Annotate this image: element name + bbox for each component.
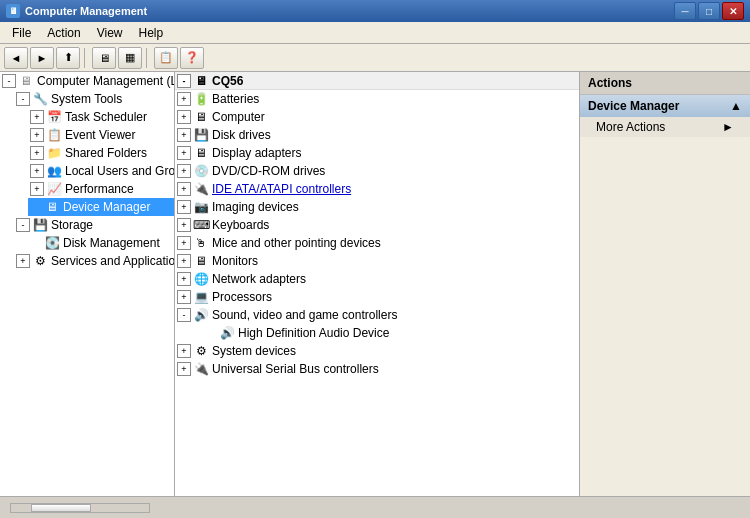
left-performance[interactable]: + 📈 Performance: [28, 180, 174, 198]
diskdrives-icon: 💾: [193, 127, 209, 143]
up-button[interactable]: ⬆: [56, 47, 80, 69]
left-local-users[interactable]: + 👥 Local Users and Groups: [28, 162, 174, 180]
center-sound-video[interactable]: - 🔊 Sound, video and game controllers: [175, 306, 579, 324]
event-expand[interactable]: +: [30, 128, 44, 142]
ide-expand[interactable]: +: [177, 182, 191, 196]
status-bar: [0, 496, 750, 518]
left-task-scheduler[interactable]: + 📅 Task Scheduler: [28, 108, 174, 126]
main-layout: - 🖥 Computer Management (Local - 🔧 Syste…: [0, 72, 750, 496]
left-disk-management[interactable]: 💽 Disk Management: [28, 234, 174, 252]
center-panel: - 🖥 CQ56 + 🔋 Batteries + 🖥 Computer + 💾 …: [175, 72, 580, 496]
storage-icon: 💾: [32, 217, 48, 233]
task-expand[interactable]: +: [30, 110, 44, 124]
disk-label: Disk Management: [63, 236, 160, 250]
horizontal-scrollbar[interactable]: [10, 503, 150, 513]
ide-icon: 🔌: [193, 181, 209, 197]
left-tree-root[interactable]: - 🖥 Computer Management (Local: [0, 72, 174, 90]
storage-expand[interactable]: -: [16, 218, 30, 232]
actions-device-manager-section[interactable]: Device Manager ▲: [580, 95, 750, 117]
show-hide-button[interactable]: 🖥: [92, 47, 116, 69]
services-expand[interactable]: +: [16, 254, 30, 268]
users-label: Local Users and Groups: [65, 164, 175, 178]
dvd-expand[interactable]: +: [177, 164, 191, 178]
left-services-apps[interactable]: + ⚙ Services and Applications: [14, 252, 174, 270]
actions-more-actions[interactable]: More Actions ►: [580, 117, 750, 137]
center-processors[interactable]: + 💻 Processors: [175, 288, 579, 306]
imaging-expand[interactable]: +: [177, 200, 191, 214]
network-label: Network adapters: [212, 272, 306, 286]
root-expand[interactable]: -: [2, 74, 16, 88]
maximize-button[interactable]: □: [698, 2, 720, 20]
center-batteries[interactable]: + 🔋 Batteries: [175, 90, 579, 108]
view-button[interactable]: ▦: [118, 47, 142, 69]
left-panel: - 🖥 Computer Management (Local - 🔧 Syste…: [0, 72, 175, 496]
proc-expand[interactable]: +: [177, 290, 191, 304]
shared-expand[interactable]: +: [30, 146, 44, 160]
center-disk-drives[interactable]: + 💾 Disk drives: [175, 126, 579, 144]
menu-file[interactable]: File: [4, 24, 39, 42]
diskdrives-expand[interactable]: +: [177, 128, 191, 142]
menu-view[interactable]: View: [89, 24, 131, 42]
menu-bar: File Action View Help: [0, 22, 750, 44]
scrollbar-thumb[interactable]: [31, 504, 91, 512]
usb-icon: 🔌: [193, 361, 209, 377]
actions-header: Actions: [580, 72, 750, 95]
center-ide-ata[interactable]: + 🔌 IDE ATA/ATAPI controllers: [175, 180, 579, 198]
center-monitors[interactable]: + 🖥 Monitors: [175, 252, 579, 270]
center-imaging[interactable]: + 📷 Imaging devices: [175, 198, 579, 216]
center-dvd[interactable]: + 💿 DVD/CD-ROM drives: [175, 162, 579, 180]
keyboards-label: Keyboards: [212, 218, 269, 232]
center-display-adapters[interactable]: + 🖥 Display adapters: [175, 144, 579, 162]
center-computer[interactable]: + 🖥 Computer: [175, 108, 579, 126]
display-expand[interactable]: +: [177, 146, 191, 160]
center-header[interactable]: - 🖥 CQ56: [175, 72, 579, 90]
sysdev-expand[interactable]: +: [177, 344, 191, 358]
network-expand[interactable]: +: [177, 272, 191, 286]
proc-label: Processors: [212, 290, 272, 304]
imaging-label: Imaging devices: [212, 200, 299, 214]
task-label: Task Scheduler: [65, 110, 147, 124]
network-icon: 🌐: [193, 271, 209, 287]
center-keyboards[interactable]: + ⌨ Keyboards: [175, 216, 579, 234]
center-mice[interactable]: + 🖱 Mice and other pointing devices: [175, 234, 579, 252]
mice-expand[interactable]: +: [177, 236, 191, 250]
monitors-expand[interactable]: +: [177, 254, 191, 268]
system-tools-label: System Tools: [51, 92, 122, 106]
close-button[interactable]: ✕: [722, 2, 744, 20]
batteries-expand[interactable]: +: [177, 92, 191, 106]
menu-help[interactable]: Help: [131, 24, 172, 42]
left-event-viewer[interactable]: + 📋 Event Viewer: [28, 126, 174, 144]
left-storage[interactable]: - 💾 Storage: [14, 216, 174, 234]
title-bar-title: Computer Management: [25, 5, 674, 17]
menu-action[interactable]: Action: [39, 24, 88, 42]
forward-button[interactable]: ►: [30, 47, 54, 69]
device-label: Device Manager: [63, 200, 150, 214]
center-system-devices[interactable]: + ⚙ System devices: [175, 342, 579, 360]
root-icon: 🖥: [18, 73, 34, 89]
imaging-icon: 📷: [193, 199, 209, 215]
center-network[interactable]: + 🌐 Network adapters: [175, 270, 579, 288]
toolbar: ◄ ► ⬆ 🖥 ▦ 📋 ❓: [0, 44, 750, 72]
users-expand[interactable]: +: [30, 164, 44, 178]
left-system-tools[interactable]: - 🔧 System Tools: [14, 90, 174, 108]
computer-expand[interactable]: +: [177, 110, 191, 124]
keyboards-expand[interactable]: +: [177, 218, 191, 232]
perf-expand[interactable]: +: [30, 182, 44, 196]
help-button[interactable]: ❓: [180, 47, 204, 69]
usb-label: Universal Serial Bus controllers: [212, 362, 379, 376]
left-device-manager[interactable]: 🖥 Device Manager: [28, 198, 174, 216]
sound-label: Sound, video and game controllers: [212, 308, 397, 322]
system-tools-expand[interactable]: -: [16, 92, 30, 106]
cq56-icon: 🖥: [193, 73, 209, 89]
shared-label: Shared Folders: [65, 146, 147, 160]
usb-expand[interactable]: +: [177, 362, 191, 376]
center-hd-audio[interactable]: 🔊 High Definition Audio Device: [175, 324, 579, 342]
center-usb[interactable]: + 🔌 Universal Serial Bus controllers: [175, 360, 579, 378]
back-button[interactable]: ◄: [4, 47, 28, 69]
left-shared-folders[interactable]: + 📁 Shared Folders: [28, 144, 174, 162]
minimize-button[interactable]: ─: [674, 2, 696, 20]
cq56-expand[interactable]: -: [177, 74, 191, 88]
properties-button[interactable]: 📋: [154, 47, 178, 69]
sound-expand[interactable]: -: [177, 308, 191, 322]
keyboards-icon: ⌨: [193, 217, 209, 233]
